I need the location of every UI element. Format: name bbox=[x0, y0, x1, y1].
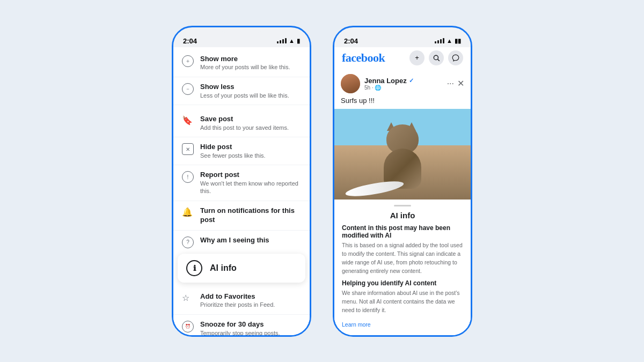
menu-section-bottom: ☆ Add to Favorites Prioritize their post… bbox=[173, 287, 310, 335]
status-icons-2: ▲ ▮▮ bbox=[435, 38, 461, 45]
menu-item-notifications[interactable]: 🔔 Turn on notifications for this post bbox=[173, 201, 310, 231]
menu-item-hide-post[interactable]: ✕ Hide post See fewer posts like this. bbox=[173, 137, 310, 165]
learn-more-link[interactable]: Learn more bbox=[342, 321, 371, 328]
post-user-info: Jenna Lopez ✓ 5h · 🌐 bbox=[364, 77, 443, 91]
fb-header: facebook + bbox=[334, 47, 471, 69]
menu-list-top: ＋ Show more More of your posts will be l… bbox=[173, 47, 310, 107]
fb-header-icons: + bbox=[409, 50, 463, 65]
verified-badge: ✓ bbox=[409, 77, 414, 84]
ai-content-text: This is based on a signal added by the t… bbox=[342, 241, 463, 275]
report-post-icon: ! bbox=[182, 171, 194, 183]
time-2: 2:04 bbox=[344, 37, 358, 45]
menu-item-show-more[interactable]: ＋ Show more More of your posts will be l… bbox=[173, 49, 310, 77]
avatar bbox=[341, 74, 360, 93]
snooze-title: Snooze for 30 days bbox=[200, 320, 280, 329]
ai-helping-heading: Helping you identify AI content bbox=[342, 279, 463, 287]
phone-1: 2:04 ▲ ▮ ＋ Show more More of your posts … bbox=[172, 26, 311, 337]
add-favorites-title: Add to Favorites bbox=[200, 292, 275, 301]
notch-2 bbox=[381, 27, 424, 33]
post-actions: ··· ✕ bbox=[447, 78, 464, 88]
ai-info-title: AI info bbox=[210, 263, 237, 273]
phone-2: 2:04 ▲ ▮▮ facebook + bbox=[333, 26, 472, 337]
menu-item-snooze[interactable]: ⏰ Snooze for 30 days Temporarily stop se… bbox=[173, 315, 310, 335]
search-button[interactable] bbox=[429, 50, 444, 65]
notch-1 bbox=[220, 27, 263, 33]
status-bar-2: 2:04 ▲ ▮▮ bbox=[334, 33, 471, 47]
show-more-icon: ＋ bbox=[182, 55, 194, 67]
post-card: Jenna Lopez ✓ 5h · 🌐 ··· ✕ Surfs up !!! bbox=[334, 69, 471, 335]
save-post-subtitle: Add this post to your saved items. bbox=[200, 124, 289, 131]
save-post-title: Save post bbox=[200, 115, 289, 124]
post-more-button[interactable]: ··· bbox=[447, 79, 454, 88]
show-more-title: Show more bbox=[200, 55, 290, 64]
battery-icon-2: ▮▮ bbox=[455, 38, 461, 45]
time-1: 2:04 bbox=[183, 37, 197, 45]
hide-post-title: Hide post bbox=[200, 143, 266, 152]
panel-handle bbox=[394, 205, 411, 206]
menu-item-show-less[interactable]: － Show less Less of your posts will be l… bbox=[173, 77, 310, 105]
menu-item-report-post[interactable]: ! Report post We won't let them know who… bbox=[173, 165, 310, 201]
add-favorites-subtitle: Prioritize their posts in Feed. bbox=[200, 301, 275, 308]
menu-content: ＋ Show more More of your posts will be l… bbox=[173, 47, 310, 335]
signal-icon bbox=[277, 38, 287, 43]
post-username: Jenna Lopez ✓ bbox=[364, 77, 443, 85]
hide-post-subtitle: See fewer posts like this. bbox=[200, 152, 266, 159]
show-more-subtitle: More of your posts will be like this. bbox=[200, 63, 290, 71]
status-bar-1: 2:04 ▲ ▮ bbox=[173, 33, 310, 47]
cat-figure bbox=[378, 130, 427, 189]
facebook-logo: facebook bbox=[342, 51, 385, 65]
post-image bbox=[334, 109, 471, 200]
wifi-icon: ▲ bbox=[289, 38, 295, 44]
signal-icon-2 bbox=[435, 38, 444, 43]
post-header: Jenna Lopez ✓ 5h · 🌐 ··· ✕ bbox=[334, 69, 471, 97]
show-less-title: Show less bbox=[200, 83, 289, 92]
add-button[interactable]: + bbox=[409, 50, 425, 65]
show-less-icon: － bbox=[182, 83, 194, 95]
surfboard bbox=[345, 179, 405, 200]
svg-point-0 bbox=[434, 55, 438, 60]
post-close-button[interactable]: ✕ bbox=[457, 78, 464, 88]
why-seeing-title: Why am I seeing this bbox=[200, 236, 269, 245]
fb-content: Jenna Lopez ✓ 5h · 🌐 ··· ✕ Surfs up !!! bbox=[334, 69, 471, 335]
menu-item-add-favorites[interactable]: ☆ Add to Favorites Prioritize their post… bbox=[173, 287, 310, 315]
post-text: Surfs up !!! bbox=[334, 97, 471, 109]
snooze-icon: ⏰ bbox=[182, 321, 194, 333]
post-meta: 5h · 🌐 bbox=[364, 85, 443, 91]
messenger-button[interactable] bbox=[448, 50, 463, 65]
report-post-subtitle: We won't let them know who reported this… bbox=[200, 180, 301, 195]
ai-panel-title: AI info bbox=[342, 211, 463, 220]
ai-panel: AI info Content in this post may have be… bbox=[334, 200, 471, 335]
ai-helping-text: We share information about AI use in the… bbox=[342, 289, 463, 314]
menu-item-why-seeing[interactable]: ? Why am I seeing this bbox=[173, 231, 310, 254]
svg-line-1 bbox=[438, 59, 440, 61]
show-less-subtitle: Less of your posts will be like this. bbox=[200, 92, 289, 99]
snooze-subtitle: Temporarily stop seeing posts. bbox=[200, 329, 280, 335]
messenger-icon bbox=[452, 54, 459, 62]
wifi-icon-2: ▲ bbox=[447, 38, 452, 44]
hide-post-icon: ✕ bbox=[182, 143, 194, 155]
menu-section-mid: 🔖 Save post Add this post to your saved … bbox=[173, 109, 310, 254]
report-post-title: Report post bbox=[200, 171, 301, 180]
save-post-icon: 🔖 bbox=[182, 115, 194, 125]
status-icons-1: ▲ ▮ bbox=[277, 38, 300, 45]
ai-content-heading: Content in this post may have been modif… bbox=[342, 224, 463, 239]
ai-info-item[interactable]: ℹ AI info bbox=[178, 254, 305, 283]
notifications-title: Turn on notifications for this post bbox=[200, 206, 301, 225]
notifications-icon: 🔔 bbox=[182, 207, 194, 217]
why-seeing-icon: ? bbox=[182, 237, 194, 248]
battery-icon: ▮ bbox=[297, 38, 300, 45]
ai-info-icon: ℹ bbox=[186, 260, 202, 276]
add-favorites-icon: ☆ bbox=[182, 293, 194, 303]
menu-item-save-post[interactable]: 🔖 Save post Add this post to your saved … bbox=[173, 109, 310, 137]
search-icon bbox=[433, 54, 440, 62]
